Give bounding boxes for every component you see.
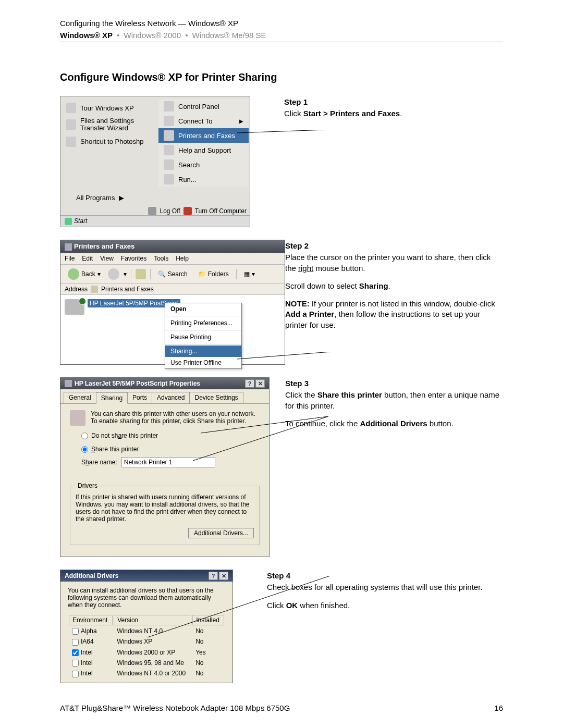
printers-icon xyxy=(164,130,174,141)
search-button[interactable]: 🔍Search xyxy=(155,269,191,279)
step1-text: Click Start > Printers and Faxes. xyxy=(284,108,503,119)
views-icon: ▦ xyxy=(244,270,250,278)
screenshot-start-menu: Tour Windows XP Files and Settings Trans… xyxy=(60,96,250,227)
tab-xp[interactable]: Windows® XP xyxy=(60,31,113,40)
step4-p1: Check boxes for all operating systems th… xyxy=(267,582,503,593)
dialog-title: HP LaserJet 5P/5MP PostScript Properties… xyxy=(60,378,269,389)
up-button[interactable] xyxy=(136,269,146,279)
menu-edit[interactable]: Edit xyxy=(82,255,93,262)
windows-logo-icon xyxy=(65,218,72,225)
ctx-offline[interactable]: Use Printer Offline xyxy=(165,357,241,368)
step4-label: Step 4 xyxy=(267,571,503,581)
breadcrumb: Configuring the Wireless Network — Windo… xyxy=(60,19,503,28)
printer-icon xyxy=(65,380,72,387)
step1-label: Step 1 xyxy=(284,97,503,107)
ctx-sharing[interactable]: Sharing... xyxy=(165,346,241,357)
printer-icon[interactable] xyxy=(65,299,84,315)
menu-file[interactable]: File xyxy=(65,255,75,262)
col-env[interactable]: Environment xyxy=(69,615,113,625)
tab-device[interactable]: Device Settings xyxy=(189,392,243,403)
ctx-pause[interactable]: Pause Printing xyxy=(165,331,241,343)
additional-drivers-button[interactable]: Additional Drivers... xyxy=(188,528,254,538)
tab-advanced[interactable]: Advanced xyxy=(152,392,190,403)
checkbox[interactable] xyxy=(72,639,79,646)
sm-search[interactable]: Search xyxy=(158,157,249,172)
sm-all-programs[interactable]: All Programs ▶ xyxy=(76,194,124,202)
sm-turnoff[interactable]: Turn Off Computer xyxy=(195,207,247,215)
search-icon xyxy=(164,159,174,170)
logoff-icon xyxy=(148,207,156,215)
tab-sharing[interactable]: Sharing xyxy=(96,392,128,404)
sm-connect-to[interactable]: Connect To▶ xyxy=(158,114,249,128)
tab-strip: General Sharing Ports Advanced Device Se… xyxy=(60,389,269,404)
tab-general[interactable]: General xyxy=(64,392,96,403)
folders-button[interactable]: 📁Folders xyxy=(195,269,232,279)
step2-p1: Place the cursor on the printer you want… xyxy=(285,252,503,274)
os-tabs: Windows® XP • Windows® 2000 • Windows® M… xyxy=(60,31,503,42)
ctx-prefs[interactable]: Printing Preferences... xyxy=(165,317,241,329)
col-ver[interactable]: Version xyxy=(114,615,191,625)
radio-no-share[interactable]: Do not share this printer xyxy=(81,432,260,439)
forward-button[interactable] xyxy=(108,268,119,280)
menu-help[interactable]: Help xyxy=(176,255,189,262)
address-value[interactable]: Printers and Faxes xyxy=(101,286,154,293)
drivers-group: Drivers If this printer is shared with u… xyxy=(70,482,260,545)
back-button[interactable]: Back ▾ xyxy=(65,267,104,281)
table-row[interactable]: IntelWindows 2000 or XPYes xyxy=(69,648,224,657)
help-icon xyxy=(164,145,174,155)
menu-view[interactable]: View xyxy=(100,255,114,262)
checkbox[interactable] xyxy=(72,628,79,635)
context-menu: Open Printing Preferences... Pause Print… xyxy=(165,303,242,369)
radio-share[interactable]: Share this printer xyxy=(81,446,260,453)
menu-tools[interactable]: Tools xyxy=(154,255,168,262)
sm-photoshop[interactable]: Shortcut to Photoshp xyxy=(60,134,160,149)
start-button[interactable]: Start xyxy=(60,215,250,227)
table-row[interactable]: IntelWindows 95, 98 and MeNo xyxy=(69,658,224,668)
printers-icon xyxy=(91,286,98,293)
toolbar: Back ▾ ▾ 🔍Search 📁Folders ▦▾ xyxy=(60,265,285,284)
menu-bar: File Edit View Favorites Tools Help xyxy=(60,253,285,265)
step3-p1: Click the Share this printer button, the… xyxy=(285,390,503,411)
sm-run[interactable]: Run... xyxy=(158,172,249,187)
share-desc: You can share this printer with other us… xyxy=(91,410,260,426)
table-row[interactable]: IntelWindows NT 4.0 or 2000No xyxy=(69,669,224,678)
connect-icon xyxy=(164,116,174,126)
printers-icon xyxy=(65,243,72,251)
help-button[interactable]: ? xyxy=(245,379,254,388)
page-title: Configure Windows® XP for Printer Sharin… xyxy=(60,71,503,83)
checkbox[interactable] xyxy=(72,671,79,677)
window-title: Printers and Faxes xyxy=(60,240,285,253)
step4-p2: Click OK when finished. xyxy=(267,600,503,611)
step2-p2: Scroll down to select Sharing. xyxy=(285,281,503,291)
menu-favorites[interactable]: Favorites xyxy=(121,255,146,262)
drivers-table: Environment Version Installed AlphaWindo… xyxy=(68,614,225,680)
drivers-text: If this printer is shared with users run… xyxy=(76,493,254,523)
sm-fstw[interactable]: Files and Settings Transfer Wizard xyxy=(60,115,160,134)
checkbox[interactable] xyxy=(72,660,79,667)
share-name-input[interactable] xyxy=(121,457,215,467)
screenshot-printers-window: Printers and Faxes File Edit View Favori… xyxy=(60,240,285,365)
sm-logoff[interactable]: Log Off xyxy=(160,207,180,215)
tour-icon xyxy=(66,103,76,113)
shortcut-icon xyxy=(66,137,76,147)
tab-2000[interactable]: Windows® 2000 xyxy=(124,31,181,40)
tab-ports[interactable]: Ports xyxy=(127,392,152,403)
sm-tour[interactable]: Tour Windows XP xyxy=(60,101,160,115)
close-button[interactable]: ✕ xyxy=(255,379,265,388)
folders-icon: 📁 xyxy=(198,270,206,278)
sm-help[interactable]: Help and Support xyxy=(158,143,249,157)
table-row[interactable]: AlphaWindows NT 4.0No xyxy=(69,626,224,636)
col-inst[interactable]: Installed xyxy=(192,615,224,625)
sm-control-panel[interactable]: Control Panel xyxy=(158,99,249,114)
ctx-open[interactable]: Open xyxy=(165,303,241,315)
views-button[interactable]: ▦▾ xyxy=(241,269,258,279)
step2-label: Step 2 xyxy=(285,241,503,251)
help-button[interactable]: ? xyxy=(209,572,218,580)
transfer-icon xyxy=(66,119,76,130)
tab-me98[interactable]: Windows® Me/98 SE xyxy=(192,31,266,40)
sm-printers-faxes[interactable]: Printers and Faxes xyxy=(158,128,249,143)
checkbox[interactable] xyxy=(72,649,79,656)
address-bar: Address Printers and Faxes xyxy=(60,284,285,295)
table-row[interactable]: IA64Windows XPNo xyxy=(69,637,224,646)
close-button[interactable]: ✕ xyxy=(219,572,228,580)
